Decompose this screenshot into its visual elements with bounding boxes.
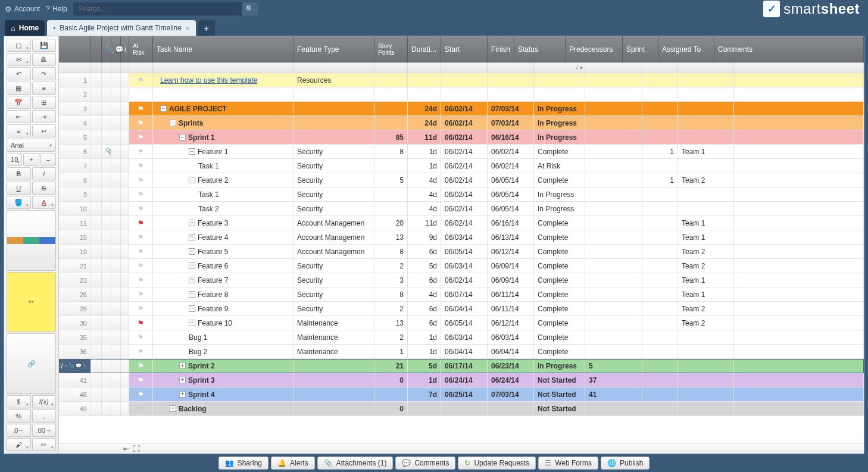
cell-finish[interactable]: 06/03/14 — [488, 330, 534, 344]
table-row[interactable]: 35⚑Bug 1Maintenance21d06/03/1406/03/14Co… — [59, 330, 864, 345]
cell-assigned[interactable]: Team 2 — [678, 245, 734, 258]
link-button[interactable]: 🔗 — [7, 333, 56, 394]
bold-button[interactable]: B — [7, 167, 31, 180]
row-number[interactable]: 49 — [59, 402, 91, 415]
cell-risk[interactable]: ⚑ — [129, 302, 153, 315]
flag-icon[interactable]: ⚑ — [138, 233, 144, 242]
cell-start[interactable]: 06/02/14 — [441, 173, 488, 187]
cell-start[interactable]: 06/02/14 — [441, 130, 488, 144]
cell-story-points[interactable]: 3 — [374, 273, 408, 287]
cell-start[interactable]: 06/03/14 — [441, 230, 488, 244]
align-button[interactable]: ≡ — [7, 124, 31, 137]
cell-story-points[interactable] — [374, 387, 408, 401]
row-expander[interactable]: + — [189, 277, 195, 283]
publish-button[interactable]: 🌐Publish — [601, 457, 650, 470]
table-row[interactable]: 19⚑+Feature 5Account Managemen86d06/05/1… — [59, 245, 864, 259]
cell-finish[interactable]: 06/16/14 — [488, 130, 534, 144]
hdr-info[interactable]: i — [121, 36, 129, 62]
alerts-button[interactable]: 🔔Alerts — [271, 457, 315, 470]
hdr-risk[interactable]: At Risk — [129, 36, 153, 62]
cell-predecessors[interactable] — [585, 345, 642, 358]
row-expander[interactable]: + — [189, 248, 195, 255]
flag-icon[interactable]: ⚑ — [138, 133, 144, 142]
row-number[interactable]: 11 — [59, 216, 91, 230]
cell-comments[interactable] — [734, 330, 864, 344]
cell-story-points[interactable] — [374, 116, 408, 130]
redo-button[interactable]: ↷ — [32, 67, 57, 80]
cell-risk[interactable]: ⚑ — [129, 330, 153, 344]
row-number[interactable]: 46 — [59, 387, 91, 401]
cell-status[interactable]: Complete — [534, 302, 585, 315]
cell-story-points[interactable]: 85 — [374, 130, 408, 144]
cell-predecessors[interactable] — [585, 73, 642, 87]
grid-view-button[interactable]: ▦ — [7, 82, 31, 95]
cell-feature[interactable]: Security — [294, 159, 374, 173]
cell-status[interactable]: In Progress — [534, 359, 585, 373]
cell-assigned[interactable] — [678, 102, 734, 115]
sharing-button[interactable]: 👥Sharing — [218, 457, 268, 470]
row-number[interactable]: 4 — [59, 116, 91, 130]
cell-duration[interactable]: 6d — [408, 245, 441, 258]
cell-predecessors[interactable]: 41 — [585, 387, 642, 401]
tab-sheet[interactable]: ▾ Basic Agile Project with Gantt Timelin… — [47, 20, 195, 36]
table-row[interactable]: 30⚑+Feature 10Maintenance136d06/05/1406/… — [59, 316, 864, 330]
cell-start[interactable]: 06/17/14 — [441, 359, 488, 373]
flag-icon[interactable]: ⚑ — [138, 376, 144, 385]
cell-comments[interactable] — [734, 287, 864, 301]
cell-comments[interactable] — [734, 359, 864, 373]
text-color-button[interactable]: A — [32, 196, 57, 209]
cell-risk[interactable]: ⚑ — [129, 216, 153, 230]
cell-story-points[interactable] — [374, 87, 408, 101]
cell-story-points[interactable] — [374, 202, 408, 215]
cell-finish[interactable]: 06/16/14 — [488, 216, 534, 230]
cell-status[interactable]: Complete — [534, 230, 585, 244]
cell-risk[interactable]: ⚑ — [129, 287, 153, 301]
cell-assigned[interactable]: Team 1 — [678, 273, 734, 287]
cell-start[interactable] — [441, 87, 488, 101]
cell-sprint[interactable] — [642, 216, 678, 230]
cell-duration[interactable]: 7d — [408, 387, 441, 401]
cell-start[interactable]: 06/05/14 — [441, 316, 488, 330]
cell-assigned[interactable] — [678, 87, 734, 101]
cell-predecessors[interactable] — [585, 259, 642, 273]
cell-duration[interactable]: 4d — [408, 287, 441, 301]
cell-comments[interactable] — [734, 387, 864, 401]
row-expander[interactable]: + — [179, 391, 186, 398]
cell-story-points[interactable]: 21 — [374, 359, 408, 373]
table-row[interactable]: 46⚑+Sprint 47d06/25/1407/03/14Not Starte… — [59, 387, 864, 402]
cell-comments[interactable] — [734, 273, 864, 287]
cell-assigned[interactable] — [678, 402, 734, 415]
cell-risk[interactable]: ⚑ — [129, 316, 153, 330]
hdr-duration[interactable]: Durati... — [408, 36, 441, 62]
cell-feature[interactable]: Security — [294, 187, 374, 201]
template-link[interactable]: Learn how to use this template — [160, 76, 257, 85]
cell-task[interactable]: +Feature 6 — [153, 259, 294, 273]
cell-duration[interactable]: 5d — [408, 259, 441, 273]
row-expander[interactable]: – — [189, 148, 195, 155]
cell-status[interactable] — [534, 87, 585, 101]
cell-sprint[interactable] — [642, 73, 678, 87]
cell-assigned[interactable] — [678, 130, 734, 144]
hdr-finish[interactable]: Finish — [488, 36, 514, 62]
cell-status[interactable]: In Progress — [534, 202, 585, 215]
row-number[interactable]: 6 — [59, 145, 91, 158]
flag-icon[interactable]: ⚑ — [138, 219, 144, 227]
account-link[interactable]: ⚙Account — [5, 5, 40, 14]
cell-duration[interactable] — [408, 402, 441, 415]
cell-feature[interactable]: Security — [294, 273, 374, 287]
cell-duration[interactable]: 6d — [408, 273, 441, 287]
cell-duration[interactable]: 4d — [408, 202, 441, 215]
cell-start[interactable]: 06/05/14 — [441, 245, 488, 258]
cell-task[interactable]: +Feature 5 — [153, 245, 294, 258]
cell-comments[interactable] — [734, 159, 864, 173]
cell-task[interactable]: –Sprint 1 — [153, 130, 294, 144]
flag-icon[interactable]: ⚑ — [138, 190, 144, 199]
cell-assigned[interactable] — [678, 330, 734, 344]
cell-risk[interactable]: ⚑ — [129, 359, 153, 373]
cell-risk[interactable]: ⚑ — [129, 145, 153, 158]
cell-comments[interactable] — [734, 145, 864, 158]
cell-sprint[interactable] — [642, 330, 678, 344]
hdr-start[interactable]: Start — [441, 36, 488, 62]
cell-duration[interactable]: 1d — [408, 330, 441, 344]
cell-risk[interactable]: ⚑ — [129, 202, 153, 215]
